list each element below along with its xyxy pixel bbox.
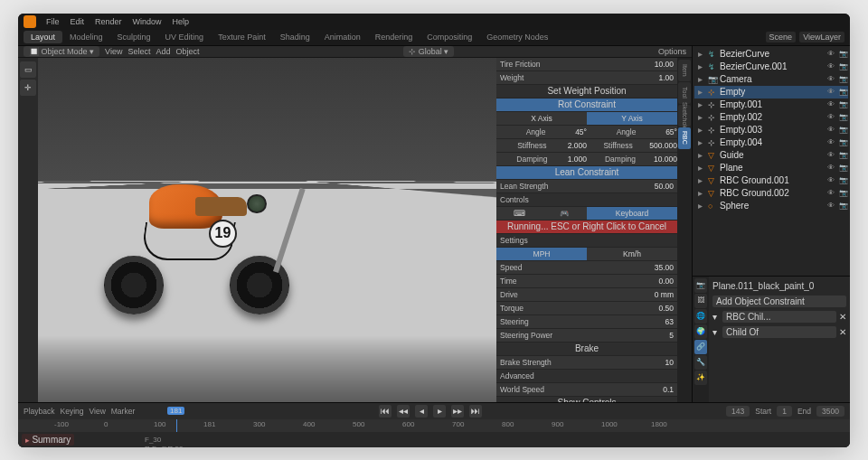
play-icon[interactable]: ▸ <box>433 405 446 418</box>
tab-shading[interactable]: Shading <box>273 31 317 43</box>
add-constraint-button[interactable]: Add Object Constraint <box>712 296 846 307</box>
prop-tab-modifier-icon[interactable]: 🔧 <box>694 355 707 370</box>
prop-tab-constraint-icon[interactable]: 🔗 <box>694 340 707 354</box>
brake-strength-value[interactable]: 10 <box>665 358 674 367</box>
render-icon[interactable]: 📷 <box>839 164 848 172</box>
visibility-icon[interactable]: 👁 <box>827 189 836 197</box>
outliner-row[interactable]: ▸▽RBC Ground.001👁📷 <box>694 174 848 187</box>
outliner-row[interactable]: ▸📷Camera👁📷 <box>694 73 848 86</box>
visibility-icon[interactable]: 👁 <box>827 176 836 184</box>
rot-constraint-header[interactable]: Rot Constraint <box>558 99 616 109</box>
outliner[interactable]: ▸↯BezierCurve👁📷▸↯BezierCurve.001👁📷▸📷Came… <box>693 46 850 276</box>
visibility-icon[interactable]: 👁 <box>827 88 836 96</box>
prop-tab-scene-icon[interactable]: 🌐 <box>694 309 707 324</box>
tool-select-icon[interactable]: ▭ <box>20 61 36 78</box>
options-toggle[interactable]: Options <box>658 47 686 56</box>
set-weight-button[interactable]: Set Weight Position <box>547 86 626 96</box>
prop-tab-render-icon[interactable]: 📷 <box>694 278 707 293</box>
visibility-icon[interactable]: 👁 <box>827 100 836 108</box>
running-status[interactable]: Running... ESC or Right Click to Cancel <box>507 221 666 231</box>
tab-sculpting[interactable]: Sculpting <box>110 31 158 43</box>
expand-icon[interactable]: ▸ <box>698 188 705 198</box>
outliner-row[interactable]: ▸○Sphere👁📷 <box>694 200 848 212</box>
render-icon[interactable]: 📷 <box>839 138 848 146</box>
timeline-body[interactable]: ▸ Summary F_30 R Fo@R 90 <box>18 432 850 447</box>
visibility-icon[interactable]: 👁 <box>827 138 836 146</box>
constraint-1[interactable]: RBC Chil... <box>722 311 836 323</box>
mph-tab[interactable]: MPH <box>496 248 587 260</box>
damping-y-value[interactable]: 10.000 <box>654 155 677 164</box>
render-icon[interactable]: 📷 <box>839 75 848 83</box>
jump-end-icon[interactable]: ⏭ <box>469 405 482 418</box>
expand-icon[interactable]: ▸ <box>698 99 705 109</box>
time-value[interactable]: 0.00 <box>658 277 674 286</box>
end-frame[interactable]: 3500 <box>816 406 844 417</box>
render-icon[interactable]: 📷 <box>839 189 848 197</box>
outliner-row[interactable]: ▸▽Guide👁📷 <box>694 149 848 162</box>
expand-icon[interactable]: ▸ <box>698 150 705 160</box>
playhead[interactable] <box>176 419 177 432</box>
y-axis-tab[interactable]: Y Axis <box>587 112 677 125</box>
outliner-row[interactable]: ▸⊹Empty.002👁📷 <box>694 111 848 124</box>
viewlayer-selector[interactable]: ViewLayer <box>799 32 844 42</box>
prev-keyframe-icon[interactable]: ◂◂ <box>397 405 410 418</box>
tab-rendering[interactable]: Rendering <box>368 31 420 43</box>
drive-value[interactable]: 0 mm <box>655 290 674 299</box>
tab-animation[interactable]: Animation <box>317 31 368 43</box>
chevron-down-icon[interactable]: ▾ <box>712 327 720 337</box>
expand-icon[interactable]: ▸ <box>698 87 705 97</box>
angle-y-value[interactable]: 65° <box>665 127 677 136</box>
render-icon[interactable]: 📷 <box>839 176 848 184</box>
x-axis-tab[interactable]: X Axis <box>496 112 587 125</box>
visibility-icon[interactable]: 👁 <box>827 75 836 83</box>
tab-geometry-nodes[interactable]: Geometry Nodes <box>479 31 555 43</box>
outliner-row[interactable]: ▸↯BezierCurve👁📷 <box>694 48 848 61</box>
visibility-icon[interactable]: 👁 <box>827 50 836 58</box>
control-icon-2[interactable]: 🎮 <box>542 207 587 220</box>
prop-tab-world-icon[interactable]: 🌍 <box>694 324 707 339</box>
outliner-row[interactable]: ▸▽Plane👁📷 <box>694 162 848 174</box>
lean-constraint-header[interactable]: Lean Constraint <box>555 167 619 177</box>
summary-row[interactable]: ▸ Summary <box>22 434 74 446</box>
torque-value[interactable]: 0.50 <box>658 304 674 313</box>
tab-tool[interactable]: Tool <box>678 82 691 104</box>
tab-rbc[interactable]: RBC <box>678 127 691 149</box>
tab-compositing[interactable]: Compositing <box>420 31 479 43</box>
keyboard-tab[interactable]: Keyboard <box>587 207 677 220</box>
steering-value[interactable]: 63 <box>665 317 674 326</box>
menu-window[interactable]: Window <box>128 17 166 26</box>
expand-icon[interactable]: ▸ <box>698 61 705 71</box>
3d-viewport[interactable]: 19 <box>38 58 496 402</box>
visibility-icon[interactable]: 👁 <box>827 202 836 210</box>
world-speed-value[interactable]: 0.1 <box>663 385 674 394</box>
tab-uv-editing[interactable]: UV Editing <box>158 31 212 43</box>
next-keyframe-icon[interactable]: ▸▸ <box>451 405 464 418</box>
tab-modeling[interactable]: Modeling <box>62 31 110 43</box>
render-icon[interactable]: 📷 <box>839 50 848 58</box>
expand-icon[interactable]: ▸ <box>698 201 705 211</box>
constraint-2[interactable]: Child Of <box>722 326 836 338</box>
menu-render[interactable]: Render <box>90 17 127 26</box>
marker-menu[interactable]: Marker <box>111 407 135 416</box>
visibility-icon[interactable]: 👁 <box>827 113 836 121</box>
visibility-icon[interactable]: 👁 <box>827 126 836 134</box>
expand-icon[interactable]: ▸ <box>698 137 705 147</box>
control-icon-1[interactable]: ⌨ <box>496 207 542 220</box>
render-icon[interactable]: 📷 <box>839 100 848 108</box>
visibility-icon[interactable]: 👁 <box>827 62 836 70</box>
render-icon[interactable]: 📷 <box>839 113 848 121</box>
mode-selector[interactable]: 🔲 Object Mode ▾ <box>24 46 99 57</box>
menu-file[interactable]: File <box>42 17 64 26</box>
outliner-row[interactable]: ▸↯BezierCurve.001👁📷 <box>694 61 848 73</box>
start-frame[interactable]: 1 <box>777 406 792 417</box>
jump-start-icon[interactable]: ⏮ <box>379 405 392 418</box>
expand-icon[interactable]: ▸ <box>698 49 705 59</box>
menu-edit[interactable]: Edit <box>66 17 90 26</box>
render-icon[interactable]: 📷 <box>839 126 848 134</box>
prop-tab-particle-icon[interactable]: ✨ <box>694 371 707 385</box>
tab-sketchok[interactable]: Sketchok <box>678 105 691 127</box>
scene-selector[interactable]: Scene <box>766 32 797 42</box>
stiffness-x-value[interactable]: 2.000 <box>568 141 587 150</box>
orientation-selector[interactable]: ⊹ Global ▾ <box>403 46 454 57</box>
menu-view[interactable]: View <box>105 47 122 56</box>
